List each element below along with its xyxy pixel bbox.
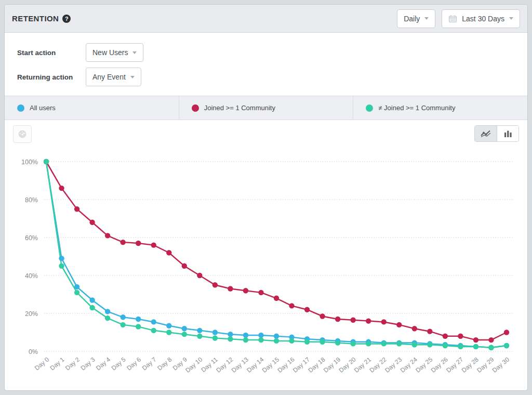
start-action-row: Start action New Users: [17, 43, 515, 62]
granularity-value: Daily: [404, 15, 420, 23]
svg-text:Day 25: Day 25: [414, 356, 434, 374]
page-title: RETENTION: [12, 14, 59, 23]
legend-label: All users: [30, 104, 56, 112]
svg-text:Day 0: Day 0: [33, 356, 50, 372]
returning-action-dropdown[interactable]: Any Event: [86, 68, 141, 86]
returning-action-value: Any Event: [92, 73, 126, 81]
returning-action-label: Returning action: [17, 73, 86, 81]
svg-text:Day 4: Day 4: [95, 356, 112, 372]
bar-chart-button[interactable]: [497, 126, 518, 141]
svg-text:Day 28: Day 28: [460, 356, 480, 374]
svg-text:60%: 60%: [25, 234, 38, 242]
retention-report-card: RETENTION ? Daily Last 30 D: [4, 4, 528, 391]
header-controls: Daily Last 30 Days: [397, 9, 520, 28]
svg-text:Day 10: Day 10: [184, 356, 204, 374]
svg-text:Day 26: Day 26: [430, 356, 449, 374]
svg-text:Day 12: Day 12: [215, 356, 234, 374]
start-action-label: Start action: [17, 49, 86, 57]
svg-text:Day 29: Day 29: [475, 356, 495, 374]
legend-item-not-joined-community[interactable]: ≠ Joined >= 1 Community: [353, 96, 527, 120]
chevron-down-icon: [509, 17, 513, 20]
svg-text:Day 13: Day 13: [230, 356, 250, 374]
svg-text:Day 18: Day 18: [307, 356, 326, 374]
svg-text:Day 14: Day 14: [245, 356, 265, 374]
series-color-dot: [366, 104, 373, 112]
gauge-icon: [17, 129, 28, 139]
svg-text:Day 20: Day 20: [337, 356, 357, 374]
chart-panel: 0%20%40%60%80%100%Day 0Day 1Day 2Day 3Da…: [5, 120, 527, 388]
svg-text:40%: 40%: [25, 272, 38, 280]
svg-text:Day 3: Day 3: [79, 356, 97, 372]
chevron-down-icon: [132, 51, 137, 54]
granularity-dropdown[interactable]: Daily: [397, 9, 435, 28]
filters-panel: Start action New Users Returning action …: [5, 33, 527, 96]
svg-text:Day 23: Day 23: [383, 356, 403, 374]
svg-text:Day 7: Day 7: [141, 356, 158, 372]
svg-text:Day 8: Day 8: [156, 356, 173, 372]
svg-text:Day 17: Day 17: [291, 356, 311, 374]
bar-chart-icon: [504, 130, 512, 138]
start-action-dropdown[interactable]: New Users: [86, 43, 143, 62]
svg-text:Day 30: Day 30: [491, 356, 511, 374]
returning-action-row: Returning action Any Event: [17, 68, 515, 86]
svg-text:Day 15: Day 15: [261, 356, 281, 374]
date-range-value: Last 30 Days: [462, 15, 504, 23]
svg-text:Day 24: Day 24: [399, 356, 419, 374]
chevron-down-icon: [424, 17, 429, 20]
calendar-icon: [448, 15, 457, 23]
report-header: RETENTION ? Daily Last 30 D: [5, 5, 527, 33]
svg-text:0%: 0%: [29, 348, 38, 356]
svg-text:Day 22: Day 22: [368, 356, 388, 374]
date-range-dropdown[interactable]: Last 30 Days: [442, 9, 520, 28]
svg-text:Day 5: Day 5: [110, 356, 127, 372]
svg-text:Day 27: Day 27: [445, 356, 464, 374]
retention-chart: 0%20%40%60%80%100%Day 0Day 1Day 2Day 3Da…: [13, 146, 520, 386]
svg-text:Day 19: Day 19: [322, 356, 342, 374]
svg-text:Day 2: Day 2: [64, 356, 81, 372]
legend-item-joined-community[interactable]: Joined >= 1 Community: [179, 96, 354, 120]
help-icon[interactable]: ?: [62, 15, 71, 23]
series-color-dot: [192, 104, 199, 112]
chart-type-toggle: [474, 125, 519, 142]
line-chart-button[interactable]: [475, 126, 497, 141]
line-chart-icon: [480, 129, 491, 138]
svg-text:100%: 100%: [21, 159, 38, 166]
legend-item-all-users[interactable]: All users: [5, 96, 179, 120]
legend-label: Joined >= 1 Community: [204, 104, 275, 112]
legend-label: ≠ Joined >= 1 Community: [378, 104, 455, 112]
series-legend-bar: All users Joined >= 1 Community ≠ Joined…: [5, 96, 527, 120]
svg-text:Day 21: Day 21: [353, 356, 373, 374]
svg-text:20%: 20%: [25, 310, 38, 318]
series-color-dot: [17, 104, 24, 112]
svg-text:Day 6: Day 6: [125, 356, 142, 372]
svg-text:Day 16: Day 16: [276, 356, 296, 374]
gauge-button[interactable]: [13, 125, 32, 143]
svg-text:Day 1: Day 1: [48, 356, 65, 372]
start-action-value: New Users: [92, 48, 128, 57]
chevron-down-icon: [130, 76, 135, 78]
svg-text:80%: 80%: [25, 196, 38, 204]
chart-controls: [13, 125, 519, 146]
